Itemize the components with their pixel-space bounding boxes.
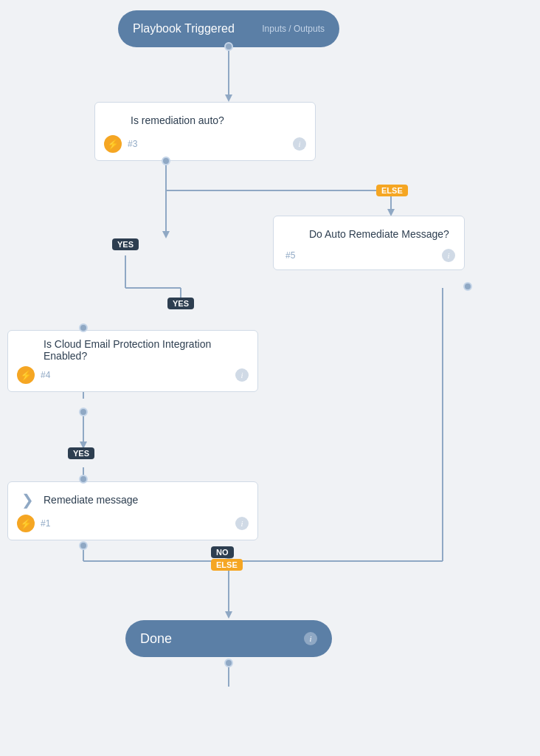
info-icon-n4[interactable]: i [235, 368, 249, 382]
node-1-num: #1 [41, 518, 50, 529]
node-3-num: #3 [128, 139, 137, 149]
info-icon-n3[interactable]: i [293, 137, 306, 151]
connector-dot-n4-bottom [79, 408, 88, 416]
yes-badge-2: YES [167, 298, 194, 309]
else-badge-1: ELSE [376, 185, 408, 196]
info-icon-done[interactable]: i [304, 632, 317, 645]
done-label: Done [140, 631, 172, 647]
lightning-badge-n1: ⚡ [17, 515, 35, 532]
yes-badge-1: YES [112, 238, 139, 250]
connector-dot-n4-top [79, 323, 88, 332]
connector-dot-n3-bottom [162, 157, 170, 165]
trigger-label: Playbook Triggered [133, 22, 235, 35]
else-badge-2: ELSE [211, 559, 243, 571]
diamond-icon-n3 [104, 110, 125, 131]
info-icon-n5[interactable]: i [442, 249, 455, 262]
chevron-icon-n1: ❯ [17, 489, 38, 510]
node-4-title: Is Cloud Email Protection Integration En… [44, 338, 249, 362]
done-node[interactable]: Done i [125, 620, 332, 657]
svg-marker-1 [225, 94, 232, 102]
connector-dot-n5-right [463, 282, 472, 291]
yes-badge-3: YES [68, 447, 94, 459]
info-icon-n1[interactable]: i [235, 517, 249, 530]
node-5-title: Do Auto Remediate Message? [309, 228, 449, 240]
node-1[interactable]: ❯ Remediate message ⚡ #1 i [7, 481, 258, 540]
diamond-icon-n5 [283, 224, 303, 244]
node-5[interactable]: Do Auto Remediate Message? #5 i [273, 216, 465, 270]
node-4[interactable]: Is Cloud Email Protection Integration En… [7, 330, 258, 392]
node-4-num: #4 [41, 370, 50, 380]
connector-dot-done-bottom [224, 659, 233, 667]
node-1-title: Remediate message [44, 494, 138, 506]
svg-marker-21 [225, 611, 232, 619]
connector-dot-trigger-bottom [224, 42, 233, 51]
io-label: Inputs / Outputs [262, 24, 325, 34]
svg-marker-4 [162, 231, 170, 238]
lightning-badge-n4: ⚡ [17, 366, 35, 384]
connector-dot-n1-top [79, 475, 88, 484]
node-3[interactable]: Is remediation auto? ⚡ #3 i [94, 102, 316, 161]
no-badge: NO [211, 546, 234, 558]
diamond-icon-n4 [17, 340, 38, 360]
connector-dot-n1-bottom [79, 541, 88, 550]
lightning-badge-n3: ⚡ [104, 135, 122, 153]
node-3-title: Is remediation auto? [131, 114, 224, 126]
node-5-num: #5 [285, 250, 295, 261]
